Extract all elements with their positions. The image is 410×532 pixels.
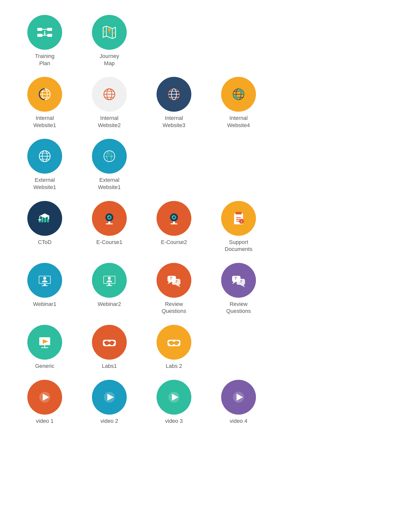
svg-rect-108	[168, 342, 170, 343]
internal-website3-label: Internal Website3	[163, 115, 185, 129]
labs1-label: Labs1	[102, 363, 117, 370]
labs2-label: Labs 2	[166, 363, 182, 370]
internal-website1-label: Internal Website1	[33, 115, 56, 129]
item-video1[interactable]: video 1	[20, 380, 70, 425]
training-plan-icon	[27, 15, 62, 50]
item-training-plan[interactable]: Training Plan	[20, 15, 70, 67]
item-internal-website2[interactable]: Internal Website2	[84, 77, 134, 129]
training-plan-label: Training Plan	[35, 53, 55, 67]
svg-rect-51	[48, 216, 49, 219]
svg-text:?: ?	[175, 280, 178, 284]
svg-rect-63	[170, 223, 177, 224]
svg-marker-91	[240, 285, 245, 287]
external-website1-icon	[27, 139, 62, 174]
svg-point-13	[108, 28, 111, 31]
svg-text:?: ?	[240, 280, 242, 284]
video1-icon	[27, 380, 62, 415]
review-questions2-label: Review Questions	[226, 301, 251, 315]
internal-website4-label: Internal Website4	[227, 115, 250, 129]
svg-point-16	[113, 32, 115, 34]
item-internal-website4[interactable]: Internal Website4	[214, 77, 263, 129]
svg-point-79	[108, 277, 111, 280]
review-questions1-label: Review Questions	[162, 301, 186, 315]
svg-text:i: i	[241, 220, 242, 223]
item-journey-map[interactable]: Journey Map	[84, 15, 134, 67]
svg-rect-0	[37, 28, 42, 31]
svg-marker-85	[175, 285, 180, 287]
external-website2-icon	[92, 139, 127, 174]
item-internal-website3[interactable]: Internal Website3	[149, 77, 199, 129]
svg-text:?: ?	[234, 276, 237, 281]
video4-icon	[221, 380, 256, 415]
ctod-label: CToD	[38, 239, 51, 246]
item-generic[interactable]: Generic	[20, 325, 70, 370]
review-questions2-icon: ? ?	[221, 263, 256, 298]
svg-rect-69	[236, 221, 240, 222]
internal-website2-label: Internal Website2	[98, 115, 121, 129]
video2-label: video 2	[101, 418, 118, 425]
svg-rect-66	[236, 212, 242, 214]
support-documents-label: Support Documents	[225, 239, 252, 253]
generic-icon	[27, 325, 62, 360]
video2-icon	[92, 380, 127, 415]
item-webinar1[interactable]: Webinar1	[20, 263, 70, 315]
generic-label: Generic	[35, 363, 54, 370]
labs1-icon	[92, 325, 127, 360]
item-ecourse2[interactable]: E-Course2	[149, 201, 199, 253]
internal-website2-icon	[92, 77, 127, 112]
item-ecourse1[interactable]: E-Course1	[84, 201, 134, 253]
webinar2-label: Webinar2	[98, 301, 121, 308]
internal-website4-icon	[221, 77, 256, 112]
svg-point-64	[172, 216, 173, 217]
webinar2-icon	[92, 263, 127, 298]
webinar1-icon	[27, 263, 62, 298]
ctod-icon	[27, 201, 62, 236]
svg-rect-102	[104, 342, 106, 343]
svg-rect-3	[47, 34, 52, 37]
item-video4[interactable]: video 4	[214, 380, 263, 425]
item-labs2[interactable]: Labs 2	[149, 325, 199, 370]
video1-label: video 1	[36, 418, 54, 425]
ecourse1-icon	[92, 201, 127, 236]
svg-rect-57	[106, 223, 113, 224]
item-ctod[interactable]: CToD	[20, 201, 70, 253]
svg-marker-89	[232, 282, 236, 284]
video3-icon	[157, 380, 191, 415]
review-questions1-icon: ? ?	[157, 263, 191, 298]
svg-rect-107	[173, 342, 175, 344]
svg-point-74	[43, 277, 46, 280]
item-video3[interactable]: video 3	[149, 380, 199, 425]
item-external-website2[interactable]: External Website1	[84, 139, 134, 191]
icon-grid: Training Plan Journey Map	[15, 10, 395, 430]
svg-rect-62	[173, 221, 175, 223]
svg-rect-103	[113, 342, 115, 343]
svg-rect-56	[108, 221, 110, 223]
item-internal-website1[interactable]: Internal Website1	[20, 77, 70, 129]
svg-rect-75	[44, 284, 46, 285]
item-webinar2[interactable]: Webinar2	[84, 263, 134, 315]
external-website2-label: External Website1	[98, 177, 121, 191]
svg-marker-83	[167, 282, 171, 284]
internal-website3-icon	[157, 77, 191, 112]
svg-rect-47	[41, 217, 43, 222]
svg-rect-80	[108, 284, 110, 285]
ecourse2-icon	[157, 201, 191, 236]
svg-rect-76	[42, 285, 48, 286]
item-review-questions2[interactable]: ? ? Review Questions	[214, 263, 263, 315]
support-documents-icon: i	[221, 201, 256, 236]
video3-label: video 3	[165, 418, 183, 425]
svg-rect-46	[39, 219, 41, 222]
item-labs1[interactable]: Labs1	[84, 325, 134, 370]
external-website1-label: External Website1	[33, 177, 56, 191]
item-video2[interactable]: video 2	[84, 380, 134, 425]
svg-point-55	[108, 216, 110, 218]
svg-rect-81	[106, 285, 112, 286]
svg-point-58	[108, 216, 109, 217]
svg-rect-101	[108, 342, 110, 344]
labs2-icon	[157, 325, 191, 360]
item-external-website1[interactable]: External Website1	[20, 139, 70, 191]
webinar1-label: Webinar1	[33, 301, 56, 308]
svg-text:?: ?	[170, 276, 172, 281]
item-review-questions1[interactable]: ? ? Review Questions	[149, 263, 199, 315]
item-support-documents[interactable]: i Support Documents	[214, 201, 263, 253]
